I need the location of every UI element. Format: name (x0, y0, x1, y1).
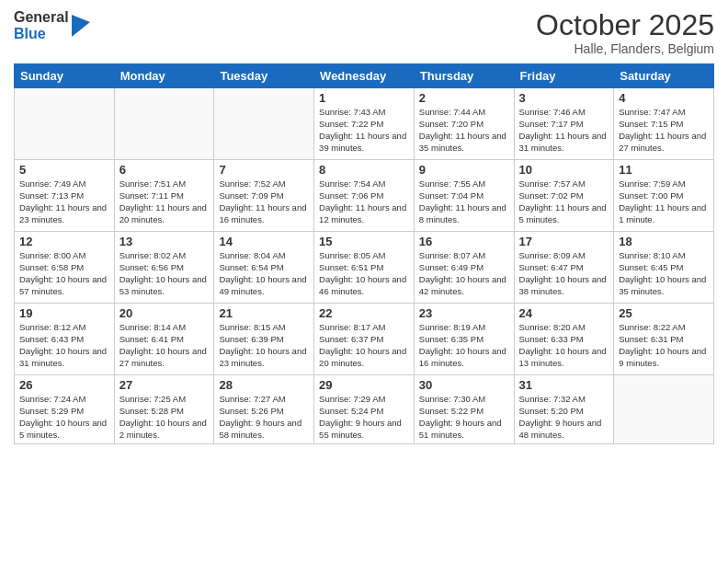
header-monday: Monday (114, 64, 214, 88)
table-row: 23Sunrise: 8:19 AM Sunset: 6:35 PM Dayli… (414, 304, 514, 375)
day-number: 21 (219, 306, 309, 320)
table-row: 3Sunrise: 7:46 AM Sunset: 7:17 PM Daylig… (514, 88, 614, 160)
header-sunday: Sunday (15, 64, 115, 88)
day-info: Sunrise: 7:25 AM Sunset: 5:28 PM Dayligh… (119, 394, 210, 441)
day-number: 9 (419, 163, 509, 177)
day-number: 25 (619, 306, 709, 320)
week-row-3: 12Sunrise: 8:00 AM Sunset: 6:58 PM Dayli… (15, 232, 714, 304)
header-tuesday: Tuesday (214, 64, 314, 88)
table-row (214, 88, 314, 160)
day-number: 10 (519, 163, 609, 177)
table-row: 22Sunrise: 8:17 AM Sunset: 6:37 PM Dayli… (314, 304, 415, 375)
day-number: 18 (619, 235, 709, 248)
table-row: 11Sunrise: 7:59 AM Sunset: 7:00 PM Dayli… (614, 160, 714, 232)
logo-icon (72, 15, 90, 37)
table-row: 28Sunrise: 7:27 AM Sunset: 5:26 PM Dayli… (214, 375, 314, 444)
table-row: 19Sunrise: 8:12 AM Sunset: 6:43 PM Dayli… (15, 304, 115, 375)
day-number: 28 (219, 378, 309, 392)
logo: General Blue (14, 9, 90, 41)
calendar-table: Sunday Monday Tuesday Wednesday Thursday… (14, 63, 714, 444)
day-number: 23 (419, 306, 509, 320)
day-info: Sunrise: 7:29 AM Sunset: 5:24 PM Dayligh… (319, 394, 409, 441)
day-number: 20 (119, 306, 210, 320)
day-number: 22 (319, 306, 409, 320)
table-row: 18Sunrise: 8:10 AM Sunset: 6:45 PM Dayli… (614, 232, 714, 304)
day-info: Sunrise: 8:12 AM Sunset: 6:43 PM Dayligh… (19, 322, 109, 369)
day-number: 26 (19, 378, 109, 392)
day-number: 15 (319, 235, 409, 248)
table-row: 29Sunrise: 7:29 AM Sunset: 5:24 PM Dayli… (314, 375, 415, 444)
day-number: 29 (319, 378, 409, 392)
day-info: Sunrise: 8:19 AM Sunset: 6:35 PM Dayligh… (419, 322, 509, 369)
day-info: Sunrise: 8:04 AM Sunset: 6:54 PM Dayligh… (219, 250, 309, 297)
day-number: 31 (519, 378, 609, 392)
day-info: Sunrise: 7:52 AM Sunset: 7:09 PM Dayligh… (219, 178, 309, 225)
day-info: Sunrise: 8:09 AM Sunset: 6:47 PM Dayligh… (519, 250, 609, 297)
table-row: 20Sunrise: 8:14 AM Sunset: 6:41 PM Dayli… (114, 304, 214, 375)
week-row-4: 19Sunrise: 8:12 AM Sunset: 6:43 PM Dayli… (15, 304, 714, 375)
table-row: 12Sunrise: 8:00 AM Sunset: 6:58 PM Dayli… (15, 232, 115, 304)
day-number: 19 (19, 306, 109, 320)
day-info: Sunrise: 8:17 AM Sunset: 6:37 PM Dayligh… (319, 322, 409, 369)
header-saturday: Saturday (614, 64, 714, 88)
day-number: 5 (19, 163, 109, 177)
table-row: 21Sunrise: 8:15 AM Sunset: 6:39 PM Dayli… (214, 304, 314, 375)
day-info: Sunrise: 8:00 AM Sunset: 6:58 PM Dayligh… (19, 250, 109, 297)
day-number: 16 (419, 235, 509, 248)
table-row: 31Sunrise: 7:32 AM Sunset: 5:20 PM Dayli… (514, 375, 614, 444)
week-row-5: 26Sunrise: 7:24 AM Sunset: 5:29 PM Dayli… (15, 375, 714, 444)
header-thursday: Thursday (414, 64, 514, 88)
day-info: Sunrise: 7:54 AM Sunset: 7:06 PM Dayligh… (319, 178, 409, 225)
table-row: 5Sunrise: 7:49 AM Sunset: 7:13 PM Daylig… (15, 160, 115, 232)
day-number: 12 (19, 235, 109, 248)
logo-blue: Blue (14, 26, 69, 42)
day-number: 7 (219, 163, 309, 177)
day-number: 1 (319, 91, 409, 105)
day-number: 27 (119, 378, 210, 392)
table-row: 8Sunrise: 7:54 AM Sunset: 7:06 PM Daylig… (314, 160, 415, 232)
day-info: Sunrise: 7:43 AM Sunset: 7:22 PM Dayligh… (319, 107, 409, 154)
day-info: Sunrise: 7:49 AM Sunset: 7:13 PM Dayligh… (19, 178, 109, 225)
table-row: 14Sunrise: 8:04 AM Sunset: 6:54 PM Dayli… (214, 232, 314, 304)
day-info: Sunrise: 7:47 AM Sunset: 7:15 PM Dayligh… (619, 107, 709, 154)
day-number: 4 (619, 91, 709, 105)
table-row: 4Sunrise: 7:47 AM Sunset: 7:15 PM Daylig… (614, 88, 714, 160)
table-row: 9Sunrise: 7:55 AM Sunset: 7:04 PM Daylig… (414, 160, 514, 232)
title-block: October 2025 Halle, Flanders, Belgium (536, 9, 714, 56)
week-row-2: 5Sunrise: 7:49 AM Sunset: 7:13 PM Daylig… (15, 160, 714, 232)
day-info: Sunrise: 8:10 AM Sunset: 6:45 PM Dayligh… (619, 250, 709, 297)
day-info: Sunrise: 7:32 AM Sunset: 5:20 PM Dayligh… (519, 394, 609, 441)
day-number: 6 (119, 163, 210, 177)
table-row: 25Sunrise: 8:22 AM Sunset: 6:31 PM Dayli… (614, 304, 714, 375)
day-info: Sunrise: 8:14 AM Sunset: 6:41 PM Dayligh… (119, 322, 210, 369)
logo-text: General Blue (14, 9, 69, 41)
table-row: 27Sunrise: 7:25 AM Sunset: 5:28 PM Dayli… (114, 375, 214, 444)
table-row (15, 88, 115, 160)
day-number: 14 (219, 235, 309, 248)
day-number: 13 (119, 235, 210, 248)
header-wednesday: Wednesday (314, 64, 415, 88)
table-row: 10Sunrise: 7:57 AM Sunset: 7:02 PM Dayli… (514, 160, 614, 232)
table-row: 30Sunrise: 7:30 AM Sunset: 5:22 PM Dayli… (414, 375, 514, 444)
day-info: Sunrise: 7:44 AM Sunset: 7:20 PM Dayligh… (419, 107, 509, 154)
weekday-header-row: Sunday Monday Tuesday Wednesday Thursday… (15, 64, 714, 88)
day-info: Sunrise: 8:05 AM Sunset: 6:51 PM Dayligh… (319, 250, 409, 297)
table-row: 15Sunrise: 8:05 AM Sunset: 6:51 PM Dayli… (314, 232, 415, 304)
day-info: Sunrise: 7:59 AM Sunset: 7:00 PM Dayligh… (619, 178, 709, 225)
table-row: 16Sunrise: 8:07 AM Sunset: 6:49 PM Dayli… (414, 232, 514, 304)
day-number: 17 (519, 235, 609, 248)
location-subtitle: Halle, Flanders, Belgium (536, 41, 714, 56)
table-row: 17Sunrise: 8:09 AM Sunset: 6:47 PM Dayli… (514, 232, 614, 304)
month-title: October 2025 (536, 9, 714, 41)
day-info: Sunrise: 8:22 AM Sunset: 6:31 PM Dayligh… (619, 322, 709, 369)
day-number: 2 (419, 91, 509, 105)
day-number: 11 (619, 163, 709, 177)
day-info: Sunrise: 7:55 AM Sunset: 7:04 PM Dayligh… (419, 178, 509, 225)
svg-marker-0 (72, 15, 90, 37)
table-row: 26Sunrise: 7:24 AM Sunset: 5:29 PM Dayli… (15, 375, 115, 444)
table-row: 7Sunrise: 7:52 AM Sunset: 7:09 PM Daylig… (214, 160, 314, 232)
table-row (114, 88, 214, 160)
day-info: Sunrise: 7:30 AM Sunset: 5:22 PM Dayligh… (419, 394, 509, 441)
header: General Blue October 2025 Halle, Flander… (14, 9, 714, 56)
table-row: 13Sunrise: 8:02 AM Sunset: 6:56 PM Dayli… (114, 232, 214, 304)
